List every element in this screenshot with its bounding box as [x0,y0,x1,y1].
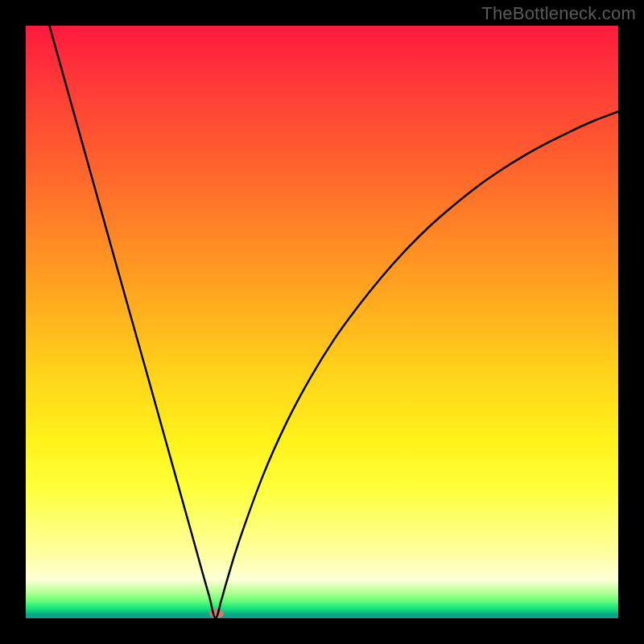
plot-area [26,26,618,618]
chart-frame: TheBottleneck.com [0,0,644,644]
watermark-text: TheBottleneck.com [481,3,636,24]
bottleneck-curve [26,26,618,618]
